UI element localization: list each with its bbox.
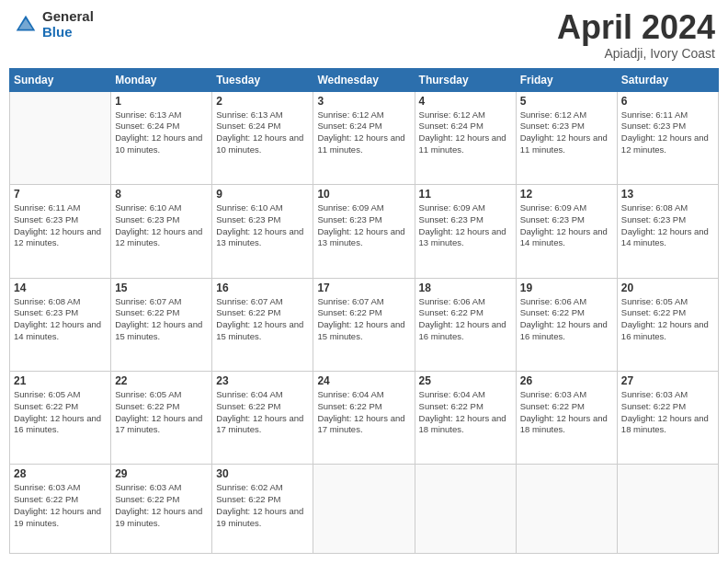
day-info: Sunrise: 6:08 AM Sunset: 6:23 PM Dayligh… [621,202,714,249]
day-number: 22 [115,374,208,387]
day-info: Sunrise: 6:03 AM Sunset: 6:22 PM Dayligh… [115,482,208,529]
calendar-cell: 8Sunrise: 6:10 AM Sunset: 6:23 PM Daylig… [111,185,212,278]
calendar-cell: 23Sunrise: 6:04 AM Sunset: 6:22 PM Dayli… [212,371,313,464]
day-number: 7 [14,188,107,201]
day-number: 30 [216,467,309,480]
day-number: 25 [419,374,512,387]
day-number: 18 [419,282,512,294]
day-info: Sunrise: 6:10 AM Sunset: 6:23 PM Dayligh… [115,202,208,249]
day-info: Sunrise: 6:04 AM Sunset: 6:22 PM Dayligh… [317,389,410,436]
column-header-saturday: Saturday [617,68,718,91]
day-info: Sunrise: 6:09 AM Sunset: 6:23 PM Dayligh… [317,202,410,249]
day-info: Sunrise: 6:09 AM Sunset: 6:23 PM Dayligh… [520,202,613,249]
day-info: Sunrise: 6:12 AM Sunset: 6:23 PM Dayligh… [520,109,613,156]
day-info: Sunrise: 6:05 AM Sunset: 6:22 PM Dayligh… [14,389,107,436]
day-number: 28 [14,467,107,480]
calendar-cell: 24Sunrise: 6:04 AM Sunset: 6:22 PM Dayli… [313,371,415,464]
day-info: Sunrise: 6:07 AM Sunset: 6:22 PM Dayligh… [216,296,309,343]
day-info: Sunrise: 6:12 AM Sunset: 6:24 PM Dayligh… [419,109,512,156]
day-number: 4 [419,95,512,108]
day-number: 27 [621,374,714,387]
day-number: 29 [115,467,208,480]
day-number: 12 [520,188,613,201]
day-number: 8 [115,188,208,201]
calendar-table: SundayMondayTuesdayWednesdayThursdayFrid… [9,68,719,554]
calendar-header-row: SundayMondayTuesdayWednesdayThursdayFrid… [10,68,719,91]
day-info: Sunrise: 6:11 AM Sunset: 6:23 PM Dayligh… [621,109,714,156]
calendar-week-row: 14Sunrise: 6:08 AM Sunset: 6:23 PM Dayli… [10,278,719,371]
day-info: Sunrise: 6:03 AM Sunset: 6:22 PM Dayligh… [520,389,613,436]
column-header-sunday: Sunday [10,68,111,91]
day-info: Sunrise: 6:09 AM Sunset: 6:23 PM Dayligh… [419,202,512,249]
day-number: 14 [14,282,107,294]
logo: General Blue [13,9,94,40]
day-number: 2 [216,95,309,108]
calendar-cell: 15Sunrise: 6:07 AM Sunset: 6:22 PM Dayli… [111,278,212,371]
calendar-cell: 19Sunrise: 6:06 AM Sunset: 6:22 PM Dayli… [516,278,617,371]
day-info: Sunrise: 6:10 AM Sunset: 6:23 PM Dayligh… [216,202,309,249]
calendar-cell [415,465,516,554]
calendar-cell: 21Sunrise: 6:05 AM Sunset: 6:22 PM Dayli… [10,371,111,464]
day-number: 13 [621,188,714,201]
day-info: Sunrise: 6:06 AM Sunset: 6:22 PM Dayligh… [520,296,613,343]
day-info: Sunrise: 6:07 AM Sunset: 6:22 PM Dayligh… [115,296,208,343]
day-info: Sunrise: 6:07 AM Sunset: 6:22 PM Dayligh… [317,296,410,343]
calendar-cell: 30Sunrise: 6:02 AM Sunset: 6:22 PM Dayli… [212,465,313,554]
day-info: Sunrise: 6:05 AM Sunset: 6:22 PM Dayligh… [115,389,208,436]
day-info: Sunrise: 6:12 AM Sunset: 6:24 PM Dayligh… [317,109,410,156]
calendar-cell: 13Sunrise: 6:08 AM Sunset: 6:23 PM Dayli… [617,185,718,278]
day-info: Sunrise: 6:08 AM Sunset: 6:23 PM Dayligh… [14,296,107,343]
location-subtitle: Apiadji, Ivory Coast [557,46,715,61]
column-header-wednesday: Wednesday [313,68,415,91]
day-info: Sunrise: 6:03 AM Sunset: 6:22 PM Dayligh… [621,389,714,436]
day-number: 3 [317,95,410,108]
column-header-thursday: Thursday [415,68,516,91]
day-number: 23 [216,374,309,387]
day-number: 11 [419,188,512,201]
calendar-cell: 9Sunrise: 6:10 AM Sunset: 6:23 PM Daylig… [212,185,313,278]
day-info: Sunrise: 6:03 AM Sunset: 6:22 PM Dayligh… [14,482,107,529]
calendar-cell: 14Sunrise: 6:08 AM Sunset: 6:23 PM Dayli… [10,278,111,371]
calendar-cell: 16Sunrise: 6:07 AM Sunset: 6:22 PM Dayli… [212,278,313,371]
calendar-cell [617,465,718,554]
calendar-cell: 25Sunrise: 6:04 AM Sunset: 6:22 PM Dayli… [415,371,516,464]
title-block: April 2024 Apiadji, Ivory Coast [557,9,715,61]
day-info: Sunrise: 6:13 AM Sunset: 6:24 PM Dayligh… [115,109,208,156]
calendar-cell: 22Sunrise: 6:05 AM Sunset: 6:22 PM Dayli… [111,371,212,464]
calendar-cell: 11Sunrise: 6:09 AM Sunset: 6:23 PM Dayli… [415,185,516,278]
calendar-cell: 1Sunrise: 6:13 AM Sunset: 6:24 PM Daylig… [111,91,212,184]
day-number: 19 [520,282,613,294]
day-number: 9 [216,188,309,201]
day-number: 15 [115,282,208,294]
calendar-week-row: 1Sunrise: 6:13 AM Sunset: 6:24 PM Daylig… [10,91,719,184]
day-number: 24 [317,374,410,387]
day-number: 26 [520,374,613,387]
calendar-cell: 12Sunrise: 6:09 AM Sunset: 6:23 PM Dayli… [516,185,617,278]
logo-text: General Blue [42,9,94,40]
day-info: Sunrise: 6:05 AM Sunset: 6:22 PM Dayligh… [621,296,714,343]
day-info: Sunrise: 6:04 AM Sunset: 6:22 PM Dayligh… [419,389,512,436]
day-number: 6 [621,95,714,108]
calendar-week-row: 28Sunrise: 6:03 AM Sunset: 6:22 PM Dayli… [10,465,719,554]
column-header-friday: Friday [516,68,617,91]
day-info: Sunrise: 6:06 AM Sunset: 6:22 PM Dayligh… [419,296,512,343]
page: General Blue April 2024 Apiadji, Ivory C… [0,0,728,563]
calendar-cell [10,91,111,184]
day-number: 16 [216,282,309,294]
logo-blue: Blue [42,25,94,40]
day-info: Sunrise: 6:02 AM Sunset: 6:22 PM Dayligh… [216,482,309,529]
day-number: 17 [317,282,410,294]
day-info: Sunrise: 6:04 AM Sunset: 6:22 PM Dayligh… [216,389,309,436]
calendar-cell: 6Sunrise: 6:11 AM Sunset: 6:23 PM Daylig… [617,91,718,184]
day-number: 5 [520,95,613,108]
logo-icon [13,12,39,38]
day-number: 21 [14,374,107,387]
column-header-monday: Monday [111,68,212,91]
day-number: 20 [621,282,714,294]
calendar-cell: 28Sunrise: 6:03 AM Sunset: 6:22 PM Dayli… [10,465,111,554]
calendar-cell [516,465,617,554]
column-header-tuesday: Tuesday [212,68,313,91]
calendar-cell: 17Sunrise: 6:07 AM Sunset: 6:22 PM Dayli… [313,278,415,371]
calendar-cell: 3Sunrise: 6:12 AM Sunset: 6:24 PM Daylig… [313,91,415,184]
calendar-cell: 2Sunrise: 6:13 AM Sunset: 6:24 PM Daylig… [212,91,313,184]
